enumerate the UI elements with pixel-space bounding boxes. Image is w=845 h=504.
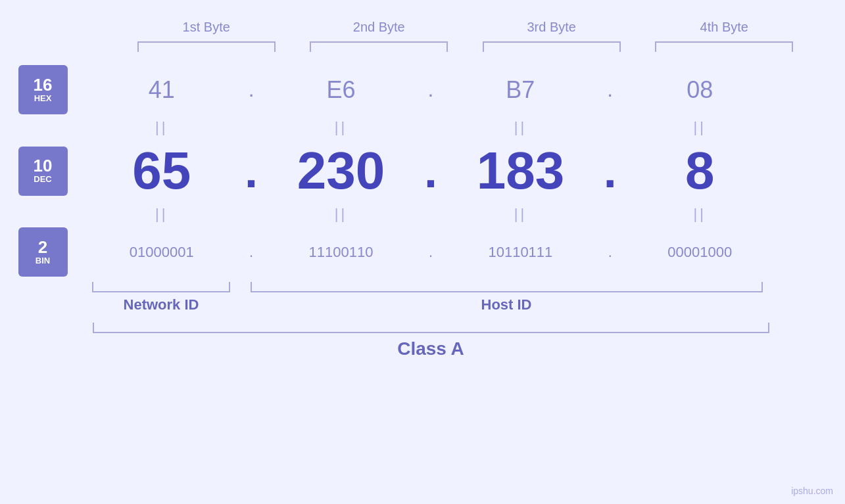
hex-value-1: 41 [149, 76, 175, 103]
bin-value-4: 00001000 [667, 244, 732, 260]
footer-brand: ipshu.com [791, 486, 833, 496]
bin-row-container: 2 BIN 01000001 . 11100110 . 10110111 . 0… [0, 227, 845, 277]
hex-value-4: 08 [687, 76, 713, 103]
host-id-label: Host ID [481, 296, 532, 313]
dec-value-3: 183 [477, 141, 564, 200]
equals-cell-1-3: || [448, 119, 592, 136]
hex-dot-1: . [241, 78, 261, 102]
hex-dot-2: . [421, 78, 441, 102]
bin-badge: 2 BIN [18, 227, 68, 277]
bracket-top-2 [310, 41, 448, 52]
dec-value-2: 230 [297, 141, 385, 200]
network-id-label: Network ID [124, 296, 199, 313]
equals-row-2: || || || || [0, 201, 845, 227]
dec-cell-4: 8 [627, 141, 772, 201]
bin-value-3: 10110111 [488, 244, 552, 260]
network-bracket-group: Network ID [85, 282, 237, 313]
equals-cell-1-4: || [627, 119, 772, 136]
hex-values-row: 41 . E6 . B7 . 08 [85, 76, 776, 104]
dec-base-name: DEC [34, 174, 51, 185]
byte-header-2: 2nd Byte [306, 20, 451, 35]
hex-badge-container: 16 HEX [0, 65, 85, 114]
equals-cell-2-3: || [448, 206, 592, 223]
bin-dot-2: . [421, 244, 441, 261]
class-section: Class A [85, 323, 776, 359]
bin-base-num: 2 [38, 239, 47, 256]
hex-base-name: HEX [34, 93, 52, 104]
dec-cell-1: 65 [89, 141, 234, 201]
top-brackets [120, 41, 811, 52]
dec-badge-container: 10 DEC [0, 147, 85, 196]
hex-row-container: 16 HEX 41 . E6 . B7 . 08 [0, 65, 845, 114]
dec-cell-2: 230 [269, 141, 414, 201]
equals-cell-1-1: || [89, 119, 234, 136]
hex-value-2: E6 [327, 76, 356, 103]
hex-cell-2: E6 [269, 76, 414, 104]
hex-cell-1: 41 [89, 76, 234, 104]
hex-badge: 16 HEX [18, 65, 68, 114]
equals-values-1: || || || || [85, 114, 776, 141]
bracket-top-1 [137, 41, 276, 52]
equals-values-2: || || || || [85, 201, 776, 227]
hex-cell-4: 08 [627, 76, 772, 104]
class-spacer [0, 323, 85, 359]
bin-cell-1: 01000001 [89, 244, 234, 261]
dec-base-num: 10 [34, 157, 53, 174]
bin-cell-2: 11100110 [269, 244, 414, 261]
hex-value-3: B7 [506, 76, 535, 103]
equals-row-1: || || || || [0, 114, 845, 141]
hex-dot-3: . [600, 78, 620, 102]
dec-values-row: 65 . 230 . 183 . 8 [85, 141, 776, 201]
byte-header-3: 3rd Byte [479, 20, 624, 35]
byte-headers-row: 1st Byte 2nd Byte 3rd Byte 4th Byte [120, 20, 811, 35]
bracket-top-4 [655, 41, 793, 52]
bin-cell-3: 10110111 [448, 244, 592, 261]
bin-cell-4: 00001000 [627, 244, 772, 261]
bin-badge-container: 2 BIN [0, 227, 85, 277]
equals-cell-2-1: || [89, 206, 234, 223]
class-label: Class A [397, 338, 464, 359]
bin-values-row: 01000001 . 11100110 . 10110111 . 0000100… [85, 244, 776, 261]
host-bracket-group: Host ID [237, 282, 776, 313]
dec-value-1: 65 [132, 141, 191, 200]
bin-value-1: 01000001 [130, 244, 194, 260]
dec-row-container: 10 DEC 65 . 230 . 183 . 8 [0, 141, 845, 201]
hex-cell-3: B7 [448, 76, 592, 104]
bin-value-2: 11100110 [309, 244, 374, 260]
bin-base-name: BIN [36, 256, 50, 266]
class-row-container: Class A [0, 323, 845, 359]
bracket-top-3 [483, 41, 621, 52]
dec-cell-3: 183 [448, 141, 592, 201]
equals-cell-2-2: || [269, 206, 414, 223]
network-bracket [92, 282, 230, 292]
dec-dot-3: . [600, 144, 620, 198]
host-bracket [251, 282, 763, 292]
dec-value-4: 8 [685, 141, 715, 200]
main-container: 1st Byte 2nd Byte 3rd Byte 4th Byte 16 H… [0, 0, 845, 504]
bin-dot-1: . [241, 244, 261, 261]
byte-header-1: 1st Byte [134, 20, 279, 35]
dec-dot-2: . [421, 144, 441, 198]
equals-cell-2-4: || [627, 206, 772, 223]
bottom-bracket-row: Network ID Host ID [0, 282, 845, 313]
bin-dot-3: . [600, 244, 620, 261]
equals-cell-1-2: || [269, 119, 414, 136]
dec-dot-1: . [241, 144, 261, 198]
byte-header-4: 4th Byte [652, 20, 796, 35]
hex-base-num: 16 [34, 76, 53, 93]
bottom-bracket-spacer [0, 282, 85, 313]
bottom-brackets-container: Network ID Host ID [85, 282, 776, 313]
dec-badge: 10 DEC [18, 147, 68, 196]
class-bracket [93, 323, 769, 333]
